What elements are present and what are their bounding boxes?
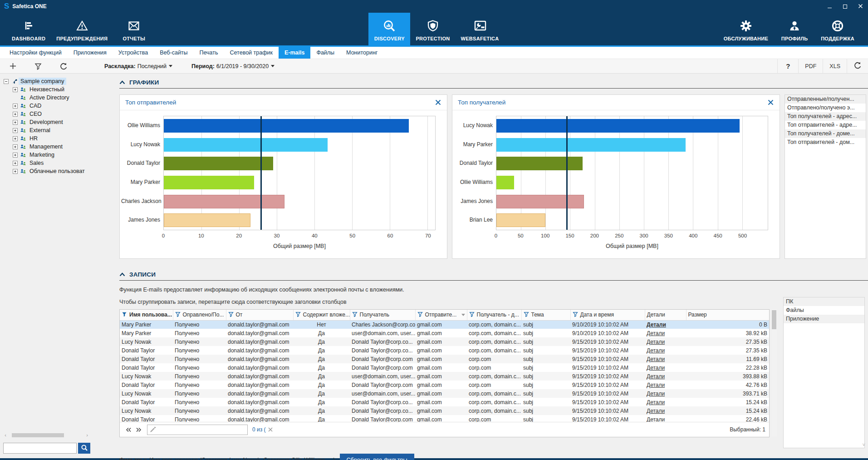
expander-icon[interactable] [13,104,18,109]
records-section-header[interactable]: ЗАПИСИ [119,271,868,278]
scroll-down-icon[interactable]: ˅ [863,442,865,447]
expander-icon[interactable] [13,112,18,117]
tab-настройки-функций[interactable]: Настройки функций [4,47,68,59]
tab-e-mails[interactable]: E-mails [279,47,310,59]
details-link[interactable]: Детали [647,365,665,371]
minimize-button[interactable] [822,0,837,13]
tree-item-облачные-пользоват[interactable]: Облачные пользоват [0,167,104,175]
details-link[interactable]: Детали [647,339,665,345]
tree-item-sample-company[interactable]: Sample company [0,77,104,85]
column-header-10[interactable]: Детали [645,310,686,320]
filter-icon[interactable] [228,312,234,318]
v-scroll-thumb[interactable] [772,310,776,329]
nav-item-protection[interactable]: PROTECTION [410,13,455,45]
nav-item-dashboard[interactable]: DASHBOARD [6,13,51,45]
details-link-cell[interactable]: Детали [645,355,686,363]
close-icon[interactable] [435,99,441,106]
close-icon[interactable] [767,99,774,106]
chart-list-item[interactable]: Топ получателей - доме... [785,129,866,138]
tree-item-management[interactable]: Management [0,143,104,151]
details-link[interactable]: Детали [647,322,666,328]
tab-мониторинг[interactable]: Мониторинг [340,47,383,59]
expander-icon[interactable] [13,128,18,133]
details-link-cell[interactable]: Детали [645,381,686,389]
detail-tab-приложение[interactable]: Приложение [784,315,864,323]
details-link-cell[interactable]: Детали [645,389,686,398]
details-link-cell[interactable]: Детали [645,337,686,346]
charts-section-header[interactable]: ГРАФИКИ [119,79,868,86]
details-link[interactable]: Детали [647,347,665,354]
tree-item-active-directory[interactable]: Active Directory [0,94,104,102]
details-link-cell[interactable]: Детали [645,415,686,422]
filter-icon[interactable] [573,312,578,318]
maximize-button[interactable] [837,0,853,13]
details-link[interactable]: Детали [647,356,665,362]
column-header-2[interactable]: Оправлено/По... [173,310,226,320]
filter-button[interactable] [25,63,51,70]
expander-icon[interactable] [4,79,9,84]
table-row[interactable]: Donald TaylorПолученоdonald.taylor@gmail… [120,415,769,422]
first-page-button[interactable] [123,427,133,432]
tree-item-hr[interactable]: HR [0,134,104,143]
details-link-cell[interactable]: Детали [645,363,686,372]
column-header-9[interactable]: Дата и время [570,310,645,320]
tree-item-external[interactable]: External [0,126,104,134]
details-link[interactable]: Детали [647,373,665,380]
period-dropdown[interactable]: Период: 6/1/2019 - 9/30/2020 [191,63,275,69]
tab-приложения[interactable]: Приложения [68,47,113,59]
details-link[interactable]: Детали [647,382,665,388]
details-link-cell[interactable]: Детали [645,406,686,415]
table-row[interactable]: Lucy NowakПолученоdonald.taylor@gmail.co… [120,372,769,381]
details-link-cell[interactable]: Детали [645,346,686,355]
nav-item-отчеты[interactable]: ОТЧЕТЫ [113,13,155,45]
column-header-7[interactable]: Получатель - д... [467,310,521,320]
expander-icon[interactable] [13,161,18,166]
table-row[interactable]: Donald TaylorПолученоdonald.taylor@gmail… [120,398,769,406]
table-v-scrollbar[interactable] [771,309,777,436]
expander-icon[interactable] [13,120,18,125]
tab-печать[interactable]: Печать [194,47,224,59]
filter-active-icon[interactable] [122,312,127,318]
sort-arrow-icon[interactable] [461,314,465,316]
add-button[interactable] [0,62,25,70]
scroll-left-icon[interactable]: ‹ [2,432,9,438]
last-page-button[interactable] [133,427,143,432]
details-link[interactable]: Детали [647,416,665,422]
filter-icon[interactable] [417,312,423,318]
filter-icon[interactable] [524,312,529,318]
tab-устройства[interactable]: Устройства [113,47,154,59]
tree-h-scrollbar[interactable]: ‹ › [2,432,91,438]
nav-item-предупреждения[interactable]: ПРЕДУПРЕЖДЕНИЯ [51,13,113,45]
details-link[interactable]: Детали [647,391,665,397]
column-header-11[interactable]: Размер [686,310,769,320]
expander-icon[interactable] [13,144,18,149]
column-header-8[interactable]: Тема [521,310,570,320]
table-row[interactable]: Mary ParkerПолученоdonald.taylor@gmail.c… [120,320,769,329]
expander-icon[interactable] [13,136,18,141]
tree-item-ceo[interactable]: CEO [0,110,104,118]
details-link-cell[interactable]: Детали [645,372,686,381]
nav-item-discovery[interactable]: DISCOVERY [368,13,410,45]
nav-item-поддержка[interactable]: ПОДДЕРЖКА [815,13,860,45]
details-link[interactable]: Детали [647,399,665,406]
filter-icon[interactable] [295,312,301,318]
tree-item-неизвестный[interactable]: Неизвестный [0,85,104,94]
reset-filters-button[interactable]: Сбросить все фильтры [340,454,414,460]
chart-list-item[interactable]: Топ получателей - адрес... [785,112,866,121]
details-link-cell[interactable]: Детали [645,398,686,406]
column-header-5[interactable]: Получатель [350,310,415,320]
table-row[interactable]: Lucy NowakПолученоdonald.taylor@gmail.co… [120,389,769,398]
expander-icon[interactable] [13,87,18,92]
expander-icon[interactable] [13,153,18,158]
tab-файлы[interactable]: Файлы [310,47,340,59]
tree-item-development[interactable]: Development [0,118,104,126]
nav-item-профиль[interactable]: ПРОФИЛЬ [774,13,815,45]
table-row[interactable]: Lucy NowakПолученоdonald.taylor@gmail.co… [120,337,769,346]
details-link-cell[interactable]: Детали [645,329,686,337]
table-row[interactable]: Mary ParkerПолученоdonald.taylor@gmail.c… [120,329,769,337]
column-header-3[interactable]: От [226,310,293,320]
refresh-data-button[interactable] [847,59,868,73]
layout-dropdown[interactable]: Раскладка: Последний [104,63,172,69]
column-header-6[interactable]: Отправите... [415,310,467,320]
detail-tab-файлы[interactable]: Файлы [784,306,864,315]
